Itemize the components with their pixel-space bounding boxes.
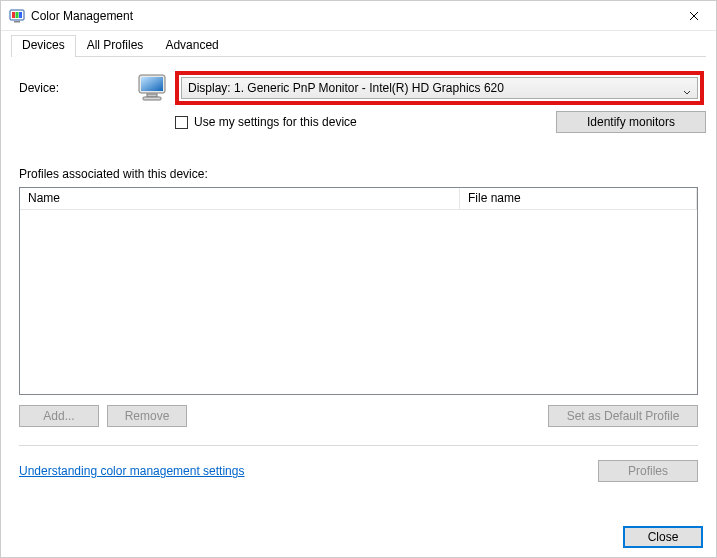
close-window-button[interactable] <box>671 1 716 31</box>
app-icon <box>9 8 25 24</box>
device-row: Device: Display: 1. Generic PnP Monitor … <box>19 71 706 105</box>
svg-rect-1 <box>12 12 15 18</box>
column-header-name[interactable]: Name <box>20 188 460 210</box>
tab-advanced[interactable]: Advanced <box>154 35 229 57</box>
title-bar: Color Management <box>1 1 716 31</box>
svg-rect-4 <box>14 21 20 23</box>
device-dropdown[interactable]: Display: 1. Generic PnP Monitor - Intel(… <box>181 77 698 99</box>
use-my-settings-checkbox[interactable] <box>175 116 188 129</box>
device-options-row: Use my settings for this device Identify… <box>175 111 706 133</box>
chevron-down-icon <box>683 85 691 99</box>
identify-monitors-button[interactable]: Identify monitors <box>556 111 706 133</box>
profiles-heading: Profiles associated with this device: <box>19 167 706 181</box>
device-dropdown-value: Display: 1. Generic PnP Monitor - Intel(… <box>188 81 504 95</box>
column-header-file[interactable]: File name <box>460 188 697 210</box>
svg-rect-6 <box>141 77 163 91</box>
close-button[interactable]: Close <box>623 526 703 548</box>
monitor-icon <box>137 73 171 103</box>
profiles-button[interactable]: Profiles <box>598 460 698 482</box>
device-label: Device: <box>19 81 137 95</box>
svg-rect-3 <box>19 12 22 18</box>
profiles-list[interactable]: Name File name <box>19 187 698 395</box>
svg-rect-2 <box>16 12 19 18</box>
bottom-row: Understanding color management settings … <box>19 460 698 482</box>
use-my-settings-label: Use my settings for this device <box>194 115 357 129</box>
window-title: Color Management <box>31 9 671 23</box>
remove-button[interactable]: Remove <box>107 405 187 427</box>
dialog-footer: Close <box>623 526 703 548</box>
tab-all-profiles[interactable]: All Profiles <box>76 35 155 57</box>
set-default-button[interactable]: Set as Default Profile <box>548 405 698 427</box>
svg-rect-8 <box>143 97 161 100</box>
profile-buttons-row: Add... Remove Set as Default Profile <box>19 405 698 427</box>
content-area: Devices All Profiles Advanced Device: Di… <box>1 31 716 492</box>
tab-devices[interactable]: Devices <box>11 35 76 57</box>
tab-strip: Devices All Profiles Advanced <box>11 35 706 57</box>
add-button[interactable]: Add... <box>19 405 99 427</box>
separator <box>19 445 698 446</box>
profiles-list-header: Name File name <box>20 188 697 210</box>
device-dropdown-highlight: Display: 1. Generic PnP Monitor - Intel(… <box>175 71 704 105</box>
understanding-link[interactable]: Understanding color management settings <box>19 464 244 478</box>
